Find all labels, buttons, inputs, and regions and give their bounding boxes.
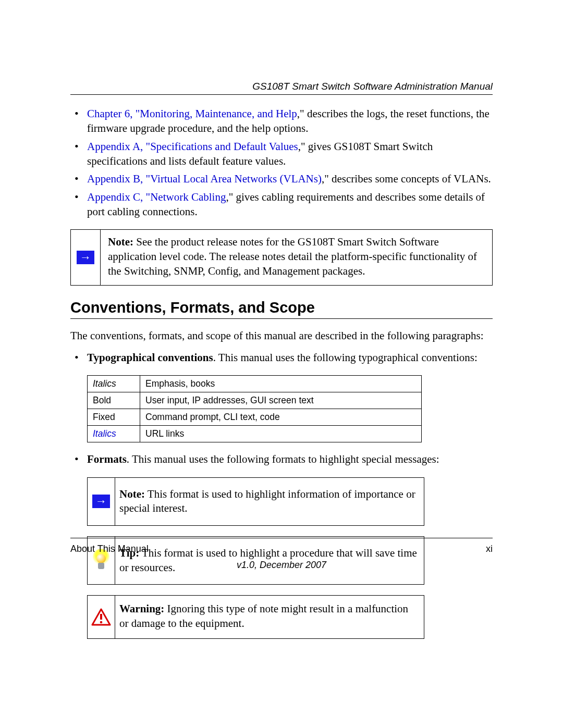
convention-text: . This manual uses the following typogra… bbox=[213, 351, 478, 364]
table-row: Fixed Command prompt, CLI text, code bbox=[88, 409, 422, 426]
svg-rect-1 bbox=[100, 614, 102, 620]
formats-text: . This manual uses the following formats… bbox=[127, 453, 439, 465]
intro-paragraph: The conventions, formats, and scope of t… bbox=[70, 328, 493, 343]
warning-format-box: Warning: Ignoring this type of note migh… bbox=[87, 595, 424, 638]
note-format-text: Note: This format is used to highlight i… bbox=[115, 478, 424, 525]
running-header: GS108T Smart Switch Software Administrat… bbox=[70, 81, 493, 92]
page-footer: About This Manual xi v1.0, December 2007 bbox=[70, 536, 493, 571]
section-heading: Conventions, Formats, and Scope bbox=[70, 299, 493, 316]
note-text: Note: See the product release notes for … bbox=[101, 230, 492, 285]
conv-desc: Command prompt, CLI text, code bbox=[140, 409, 422, 426]
cross-reference-link[interactable]: Appendix C, "Network Cabling bbox=[87, 191, 226, 203]
conv-name: Bold bbox=[88, 392, 140, 409]
conv-name: Italics bbox=[88, 376, 140, 392]
cross-reference-link[interactable]: Chapter 6, "Monitoring, Maintenance, and… bbox=[87, 107, 297, 120]
note-icon-cell bbox=[88, 478, 115, 525]
note-label: Note: bbox=[108, 236, 133, 248]
list-item-text: ," describes some concepts of VLANs. bbox=[322, 172, 491, 185]
cross-reference-link[interactable]: Appendix B, "Virtual Local Area Networks… bbox=[87, 172, 322, 185]
formats-label: Formats bbox=[87, 453, 127, 465]
note-icon-cell bbox=[71, 230, 101, 285]
footer-version: v1.0, December 2007 bbox=[70, 560, 493, 571]
chapter-summary-list: Chapter 6, "Monitoring, Maintenance, and… bbox=[70, 106, 493, 219]
warning-format-text: Warning: Ignoring this type of note migh… bbox=[115, 596, 424, 638]
section-rule bbox=[70, 318, 493, 319]
conv-desc: User input, IP addresses, GUI screen tex… bbox=[140, 392, 422, 409]
typographical-conventions-table: Italics Emphasis, books Bold User input,… bbox=[87, 375, 422, 442]
warning-label: Warning: bbox=[119, 602, 164, 615]
header-rule bbox=[70, 94, 493, 95]
footer-rule bbox=[70, 538, 493, 538]
footer-section-name: About This Manual bbox=[70, 544, 149, 554]
note-body: This format is used to highlight informa… bbox=[119, 488, 415, 515]
table-row: Italics URL links bbox=[88, 426, 422, 442]
conv-desc: URL links bbox=[140, 426, 422, 442]
list-item: Formats. This manual uses the following … bbox=[70, 452, 493, 466]
list-item: Appendix A, "Specifications and Default … bbox=[70, 139, 493, 169]
list-item: Appendix B, "Virtual Local Area Networks… bbox=[70, 171, 493, 186]
conventions-list: Typographical conventions. This manual u… bbox=[70, 350, 493, 365]
conv-name: Italics bbox=[88, 426, 140, 442]
table-row: Bold User input, IP addresses, GUI scree… bbox=[88, 392, 422, 409]
conv-name: Fixed bbox=[88, 409, 140, 426]
convention-label: Typographical conventions bbox=[87, 351, 213, 364]
arrow-right-icon bbox=[92, 495, 110, 508]
list-item: Typographical conventions. This manual u… bbox=[70, 350, 493, 365]
table-row: Italics Emphasis, books bbox=[88, 376, 422, 392]
conv-desc: Emphasis, books bbox=[140, 376, 422, 392]
svg-point-2 bbox=[100, 621, 103, 624]
list-item: Chapter 6, "Monitoring, Maintenance, and… bbox=[70, 106, 493, 136]
warning-triangle-icon bbox=[91, 608, 111, 626]
note-format-box: Note: This format is used to highlight i… bbox=[87, 477, 424, 526]
note-callout: Note: See the product release notes for … bbox=[70, 229, 493, 285]
warning-icon-cell bbox=[88, 596, 115, 638]
page-number: xi bbox=[486, 544, 493, 554]
arrow-right-icon bbox=[77, 251, 94, 264]
note-label: Note: bbox=[119, 488, 145, 500]
list-item: Appendix C, "Network Cabling," gives cab… bbox=[70, 190, 493, 219]
formats-list: Formats. This manual uses the following … bbox=[70, 452, 493, 466]
note-body: See the product release notes for the GS… bbox=[108, 236, 477, 277]
cross-reference-link[interactable]: Appendix A, "Specifications and Default … bbox=[87, 140, 298, 153]
